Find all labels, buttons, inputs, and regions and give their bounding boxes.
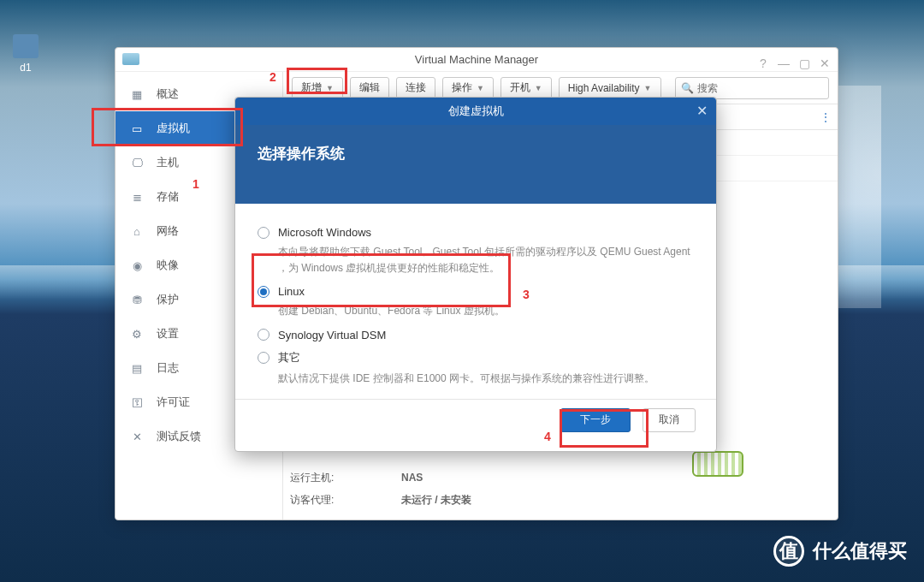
sidebar-item-label: 主机 <box>157 155 179 170</box>
edit-button[interactable]: 编辑 <box>350 77 389 99</box>
radio-icon[interactable] <box>258 286 270 298</box>
gear-icon: ⚙ <box>129 327 145 341</box>
option-dsm[interactable]: Synology Virtual DSM <box>258 329 694 341</box>
cancel-button[interactable]: 取消 <box>643 408 696 432</box>
modal-title: 创建虚拟机 <box>448 104 504 119</box>
ha-button[interactable]: High Availability▼ <box>559 77 661 99</box>
storage-icon: ≣ <box>129 190 145 204</box>
vm-icon: ▭ <box>129 122 145 135</box>
image-icon: ◉ <box>129 258 145 272</box>
option-label: Microsoft Windows <box>278 226 371 239</box>
option-windows[interactable]: Microsoft Windows 本向导将帮助您下载 Guest Tool。G… <box>258 226 694 276</box>
detail-host-val: NAS <box>401 472 423 484</box>
search-box[interactable]: 🔍 <box>675 77 829 99</box>
sidebar-item-label: 网络 <box>157 223 179 239</box>
detail-panel: 运行主机:NAS 访客代理:未运行 / 未安装 <box>290 466 814 511</box>
action-button[interactable]: 操作▼ <box>442 77 494 99</box>
tools-icon: ✕ <box>129 430 145 443</box>
modal-subtitle: 选择操作系统 <box>235 125 716 204</box>
radio-icon[interactable] <box>258 352 270 364</box>
sidebar-item-label: 测试反馈 <box>157 429 201 444</box>
detail-guest-val: 未运行 / 未安装 <box>401 493 471 508</box>
option-other[interactable]: 其它 默认情况下提供 IDE 控制器和 E1000 网卡。可根据与操作系统的兼容… <box>258 350 694 387</box>
option-label: Synology Virtual DSM <box>278 329 386 341</box>
search-icon: 🔍 <box>681 82 694 94</box>
option-desc: 本向导将帮助您下载 Guest Tool。Guest Tool 包括所需的驱动程… <box>278 244 694 276</box>
search-input[interactable] <box>697 82 817 94</box>
connect-button[interactable]: 连接 <box>396 77 435 99</box>
app-icon <box>122 53 139 65</box>
modal-footer: 下一步 取消 <box>235 399 716 440</box>
sidebar-item-label: 虚拟机 <box>157 121 190 136</box>
network-icon: ⌂ <box>129 224 145 238</box>
brand-text: 什么值得买 <box>813 538 907 564</box>
connect-label: 连接 <box>406 80 426 95</box>
titlebar[interactable]: Virtual Machine Manager ? — ▢ ✕ <box>116 48 838 72</box>
modal-titlebar[interactable]: 创建虚拟机 ✕ <box>235 98 716 125</box>
sidebar-item-label: 日志 <box>157 360 179 376</box>
chevron-down-icon: ▼ <box>477 84 484 92</box>
action-label: 操作 <box>452 80 472 95</box>
next-button[interactable]: 下一步 <box>560 408 631 432</box>
desktop-icon-label: d1 <box>13 62 38 74</box>
key-icon: ⚿ <box>129 395 145 409</box>
annotation-label-3: 3 <box>523 288 530 301</box>
brand-logo-icon: 值 <box>773 536 804 567</box>
maximize-icon[interactable]: ▢ <box>797 51 812 75</box>
col-settings-icon[interactable]: ⋮ <box>814 111 838 123</box>
option-linux[interactable]: Linux 创建 Debian、Ubuntu、Fedora 等 Linux 虚拟… <box>258 285 694 319</box>
log-icon: ▤ <box>129 361 145 375</box>
close-icon[interactable]: ✕ <box>696 103 708 119</box>
desktop-icon[interactable]: d1 <box>13 34 38 74</box>
chevron-down-icon: ▼ <box>326 84 334 92</box>
sidebar-item-label: 保护 <box>157 292 179 307</box>
ha-label: High Availability <box>568 82 640 94</box>
option-label: Linux <box>278 285 305 298</box>
help-icon[interactable]: ? <box>755 51 771 75</box>
sidebar-item-label: 存储 <box>157 189 179 205</box>
brand-watermark: 值 什么值得买 <box>773 536 907 567</box>
chevron-down-icon: ▼ <box>644 84 652 92</box>
power-button[interactable]: 开机▼ <box>500 77 552 99</box>
protect-icon: ⛃ <box>129 293 145 306</box>
host-icon: 🖵 <box>129 156 145 169</box>
add-label: 新增 <box>301 80 322 95</box>
sidebar-item-label: 设置 <box>157 326 179 341</box>
close-icon[interactable]: ✕ <box>817 51 832 75</box>
radio-icon[interactable] <box>258 329 270 341</box>
option-label: 其它 <box>278 350 300 365</box>
minimize-icon[interactable]: — <box>776 51 791 75</box>
annotation-label-4: 4 <box>544 430 551 443</box>
annotation-label-2: 2 <box>270 70 276 84</box>
add-button[interactable]: 新增▼ <box>292 77 343 99</box>
disk-icon <box>13 34 38 58</box>
create-vm-modal: 创建虚拟机 ✕ 选择操作系统 Microsoft Windows 本向导将帮助您… <box>234 97 717 452</box>
sidebar-item-label: 概述 <box>157 86 179 102</box>
detail-guest-key: 访客代理: <box>290 493 401 508</box>
power-label: 开机 <box>510 80 530 95</box>
option-desc: 默认情况下提供 IDE 控制器和 E1000 网卡。可根据与操作系统的兼容性进行… <box>278 371 694 387</box>
option-desc: 创建 Debian、Ubuntu、Fedora 等 Linux 虚拟机。 <box>278 303 694 319</box>
sidebar-item-label: 许可证 <box>157 395 190 410</box>
window-title: Virtual Machine Manager <box>415 53 538 66</box>
chevron-down-icon: ▼ <box>535 84 542 92</box>
window-controls: ? — ▢ ✕ <box>755 51 832 75</box>
modal-body: Microsoft Windows 本向导将帮助您下载 Guest Tool。G… <box>235 204 716 399</box>
detail-host-key: 运行主机: <box>290 471 401 485</box>
overview-icon: ▦ <box>129 87 145 101</box>
radio-icon[interactable] <box>258 227 270 239</box>
annotation-label-1: 1 <box>192 177 199 191</box>
edit-label: 编辑 <box>359 80 380 95</box>
sidebar-item-label: 映像 <box>157 258 179 273</box>
brand-logo-text: 值 <box>779 538 798 564</box>
